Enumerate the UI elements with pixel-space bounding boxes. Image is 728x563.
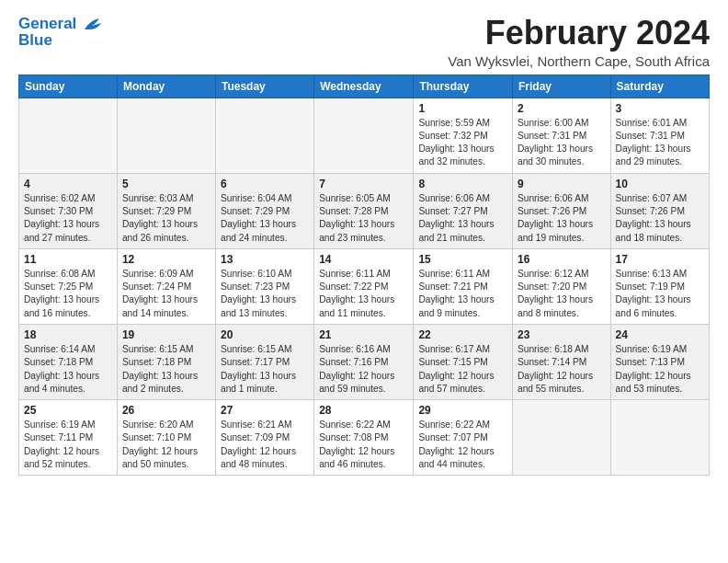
day-info: Sunrise: 6:16 AM Sunset: 7:16 PM Dayligh… — [319, 343, 408, 396]
day-info: Sunrise: 6:05 AM Sunset: 7:28 PM Dayligh… — [319, 192, 408, 245]
calendar-cell: 25Sunrise: 6:19 AM Sunset: 7:11 PM Dayli… — [19, 400, 118, 476]
logo: General Blue — [18, 15, 103, 50]
logo-blue: Blue — [18, 31, 52, 50]
day-number: 22 — [418, 328, 507, 341]
header-tuesday: Tuesday — [215, 75, 313, 98]
calendar-week-row: 1Sunrise: 5:59 AM Sunset: 7:32 PM Daylig… — [19, 98, 710, 173]
calendar-cell: 5Sunrise: 6:03 AM Sunset: 7:29 PM Daylig… — [117, 173, 215, 248]
day-number: 29 — [418, 404, 507, 417]
calendar-cell: 27Sunrise: 6:21 AM Sunset: 7:09 PM Dayli… — [215, 400, 313, 476]
calendar-cell: 6Sunrise: 6:04 AM Sunset: 7:29 PM Daylig… — [215, 173, 313, 248]
calendar-cell — [19, 98, 118, 173]
page: General Blue February 2024 Van Wyksvlei,… — [0, 0, 728, 485]
calendar-cell — [314, 98, 414, 173]
day-number: 19 — [122, 328, 210, 341]
calendar-cell: 7Sunrise: 6:05 AM Sunset: 7:28 PM Daylig… — [314, 173, 414, 248]
day-info: Sunrise: 6:12 AM Sunset: 7:20 PM Dayligh… — [518, 268, 606, 320]
calendar-cell: 22Sunrise: 6:17 AM Sunset: 7:15 PM Dayli… — [414, 324, 513, 399]
title-location: Van Wyksvlei, Northern Cape, South Afric… — [448, 53, 710, 69]
calendar-cell: 26Sunrise: 6:20 AM Sunset: 7:10 PM Dayli… — [117, 400, 215, 476]
day-info: Sunrise: 6:06 AM Sunset: 7:27 PM Dayligh… — [418, 192, 507, 245]
calendar-cell — [512, 400, 610, 476]
calendar-cell: 12Sunrise: 6:09 AM Sunset: 7:24 PM Dayli… — [117, 248, 215, 324]
header-friday: Friday — [512, 75, 610, 98]
day-info: Sunrise: 6:20 AM Sunset: 7:10 PM Dayligh… — [122, 419, 210, 471]
day-number: 1 — [418, 102, 507, 115]
calendar-cell: 24Sunrise: 6:19 AM Sunset: 7:13 PM Dayli… — [610, 324, 709, 399]
day-info: Sunrise: 6:02 AM Sunset: 7:30 PM Dayligh… — [24, 192, 112, 245]
day-number: 17 — [616, 253, 704, 266]
day-info: Sunrise: 6:21 AM Sunset: 7:09 PM Dayligh… — [221, 419, 309, 471]
day-number: 3 — [616, 102, 704, 115]
header-monday: Monday — [117, 75, 215, 98]
calendar-week-row: 18Sunrise: 6:14 AM Sunset: 7:18 PM Dayli… — [19, 324, 710, 399]
calendar-cell: 21Sunrise: 6:16 AM Sunset: 7:16 PM Dayli… — [314, 324, 414, 399]
day-info: Sunrise: 6:18 AM Sunset: 7:14 PM Dayligh… — [518, 343, 606, 396]
day-info: Sunrise: 6:01 AM Sunset: 7:31 PM Dayligh… — [616, 117, 704, 169]
day-number: 21 — [319, 328, 408, 341]
calendar-cell — [610, 400, 709, 476]
calendar-cell: 9Sunrise: 6:06 AM Sunset: 7:26 PM Daylig… — [512, 173, 610, 248]
day-info: Sunrise: 6:11 AM Sunset: 7:22 PM Dayligh… — [319, 268, 408, 320]
day-info: Sunrise: 5:59 AM Sunset: 7:32 PM Dayligh… — [418, 117, 507, 169]
day-number: 15 — [418, 253, 507, 266]
day-number: 26 — [122, 404, 210, 417]
day-number: 16 — [518, 253, 606, 266]
calendar-cell: 2Sunrise: 6:00 AM Sunset: 7:31 PM Daylig… — [512, 98, 610, 173]
day-number: 13 — [221, 253, 309, 266]
calendar-cell: 18Sunrise: 6:14 AM Sunset: 7:18 PM Dayli… — [19, 324, 118, 399]
calendar-cell: 17Sunrise: 6:13 AM Sunset: 7:19 PM Dayli… — [610, 248, 709, 324]
day-info: Sunrise: 6:07 AM Sunset: 7:26 PM Dayligh… — [616, 192, 704, 245]
header-thursday: Thursday — [414, 75, 513, 98]
day-number: 5 — [122, 178, 210, 190]
day-info: Sunrise: 6:06 AM Sunset: 7:26 PM Dayligh… — [518, 192, 606, 245]
calendar-table: Sunday Monday Tuesday Wednesday Thursday… — [18, 75, 710, 477]
title-month: February 2024 — [448, 15, 710, 52]
day-number: 10 — [616, 178, 704, 190]
logo-general: General — [18, 15, 76, 32]
day-info: Sunrise: 6:15 AM Sunset: 7:17 PM Dayligh… — [221, 343, 309, 396]
day-info: Sunrise: 6:15 AM Sunset: 7:18 PM Dayligh… — [122, 343, 210, 396]
calendar-header-row: Sunday Monday Tuesday Wednesday Thursday… — [19, 75, 710, 98]
day-number: 18 — [24, 328, 112, 341]
header-sunday: Sunday — [19, 75, 118, 98]
calendar-cell: 23Sunrise: 6:18 AM Sunset: 7:14 PM Dayli… — [512, 324, 610, 399]
day-number: 28 — [319, 404, 408, 417]
day-number: 20 — [221, 328, 309, 341]
day-info: Sunrise: 6:03 AM Sunset: 7:29 PM Dayligh… — [122, 192, 210, 245]
calendar-week-row: 25Sunrise: 6:19 AM Sunset: 7:11 PM Dayli… — [19, 400, 710, 476]
calendar-cell: 28Sunrise: 6:22 AM Sunset: 7:08 PM Dayli… — [314, 400, 414, 476]
day-number: 27 — [221, 404, 309, 417]
day-info: Sunrise: 6:08 AM Sunset: 7:25 PM Dayligh… — [24, 268, 112, 320]
day-info: Sunrise: 6:11 AM Sunset: 7:21 PM Dayligh… — [418, 268, 507, 320]
calendar-cell: 20Sunrise: 6:15 AM Sunset: 7:17 PM Dayli… — [215, 324, 313, 399]
calendar-cell: 10Sunrise: 6:07 AM Sunset: 7:26 PM Dayli… — [610, 173, 709, 248]
calendar-cell: 15Sunrise: 6:11 AM Sunset: 7:21 PM Dayli… — [414, 248, 513, 324]
day-number: 8 — [418, 178, 507, 190]
day-info: Sunrise: 6:04 AM Sunset: 7:29 PM Dayligh… — [221, 192, 309, 245]
calendar-cell: 14Sunrise: 6:11 AM Sunset: 7:22 PM Dayli… — [314, 248, 414, 324]
header: General Blue February 2024 Van Wyksvlei,… — [18, 15, 710, 69]
title-block: February 2024 Van Wyksvlei, Northern Cap… — [448, 15, 710, 69]
day-info: Sunrise: 6:00 AM Sunset: 7:31 PM Dayligh… — [518, 117, 606, 169]
day-info: Sunrise: 6:10 AM Sunset: 7:23 PM Dayligh… — [221, 268, 309, 320]
day-info: Sunrise: 6:13 AM Sunset: 7:19 PM Dayligh… — [616, 268, 704, 320]
day-number: 6 — [221, 178, 309, 190]
calendar-cell: 4Sunrise: 6:02 AM Sunset: 7:30 PM Daylig… — [19, 173, 118, 248]
day-info: Sunrise: 6:09 AM Sunset: 7:24 PM Dayligh… — [122, 268, 210, 320]
calendar-cell: 11Sunrise: 6:08 AM Sunset: 7:25 PM Dayli… — [19, 248, 118, 324]
day-number: 23 — [518, 328, 606, 341]
logo-bird-icon — [83, 17, 103, 33]
calendar-cell: 1Sunrise: 5:59 AM Sunset: 7:32 PM Daylig… — [414, 98, 513, 173]
header-saturday: Saturday — [610, 75, 709, 98]
calendar-week-row: 4Sunrise: 6:02 AM Sunset: 7:30 PM Daylig… — [19, 173, 710, 248]
calendar-week-row: 11Sunrise: 6:08 AM Sunset: 7:25 PM Dayli… — [19, 248, 710, 324]
day-number: 14 — [319, 253, 408, 266]
calendar-cell: 29Sunrise: 6:22 AM Sunset: 7:07 PM Dayli… — [414, 400, 513, 476]
day-info: Sunrise: 6:17 AM Sunset: 7:15 PM Dayligh… — [418, 343, 507, 396]
header-wednesday: Wednesday — [314, 75, 414, 98]
day-info: Sunrise: 6:14 AM Sunset: 7:18 PM Dayligh… — [24, 343, 112, 396]
day-number: 9 — [518, 178, 606, 190]
day-number: 25 — [24, 404, 112, 417]
day-number: 4 — [24, 178, 112, 190]
